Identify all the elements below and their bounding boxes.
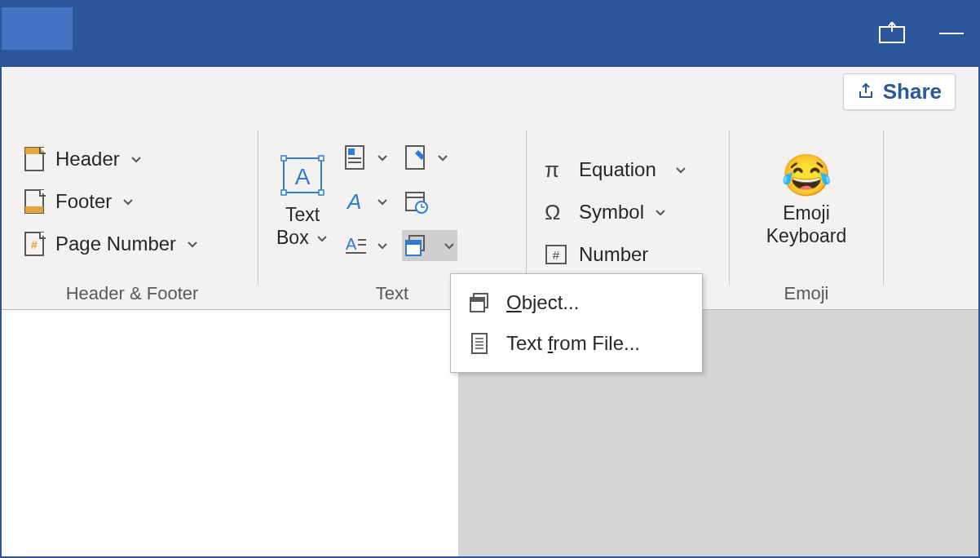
chevron-down-icon [121, 195, 135, 208]
number-icon: # [543, 241, 571, 268]
symbol-label: Symbol [579, 201, 644, 224]
group-header-footer: Header Footer # [10, 116, 254, 309]
text-box-line1: Text [285, 204, 320, 225]
emoji-keyboard-button[interactable]: 😂 Emoji Keyboard [755, 155, 858, 247]
equation-button[interactable]: π Equation [540, 154, 691, 185]
group-separator [526, 131, 527, 285]
svg-text:A: A [346, 235, 357, 253]
equation-icon: π [543, 156, 571, 184]
svg-text:#: # [31, 238, 38, 251]
signature-line-button[interactable] [402, 142, 457, 173]
symbol-button[interactable]: Ω Symbol [540, 197, 691, 228]
page-number-button[interactable]: # Page Number [20, 228, 202, 259]
text-box-icon: A [279, 153, 326, 199]
equation-label: Equation [579, 158, 656, 181]
svg-text:A: A [295, 164, 311, 189]
svg-rect-11 [319, 190, 324, 195]
chevron-down-icon [443, 239, 456, 252]
svg-rect-4 [25, 206, 43, 213]
share-label: Share [883, 79, 942, 104]
chevron-down-icon [436, 151, 449, 164]
text-box-button[interactable]: A Text Box [271, 153, 333, 249]
object-split-button[interactable] [402, 230, 457, 261]
emoji-line1: Emoji [783, 202, 830, 224]
svg-rect-35 [470, 298, 484, 302]
title-tab-placeholder [2, 7, 73, 50]
signature-icon [404, 144, 428, 171]
footer-button[interactable]: Footer [20, 186, 202, 217]
object-icon [404, 232, 428, 259]
svg-rect-9 [319, 156, 324, 161]
title-bar: — [2, 2, 978, 67]
quick-parts-button[interactable] [342, 142, 391, 173]
chevron-down-icon [316, 232, 329, 245]
wordart-button[interactable]: A [342, 186, 391, 217]
drop-cap-icon: A [343, 232, 368, 259]
ribbon-tab-row: Share [2, 67, 978, 116]
svg-rect-10 [281, 190, 286, 195]
chevron-down-icon [654, 206, 667, 219]
share-icon [857, 82, 876, 101]
document-canvas[interactable] [2, 310, 458, 558]
text-box-line2: Box [276, 227, 309, 248]
emoji-line2: Keyboard [766, 225, 846, 246]
chevron-down-icon [376, 239, 389, 252]
text-file-icon [467, 331, 492, 356]
menu-item-object[interactable]: Object... [451, 282, 702, 323]
svg-rect-8 [281, 156, 286, 161]
svg-text:Ω: Ω [545, 200, 560, 224]
object-dropdown-menu: Object... Text from File... [450, 273, 703, 373]
page-number-icon: # [23, 230, 47, 258]
drop-cap-button[interactable]: A [342, 230, 391, 261]
chevron-down-icon [186, 237, 199, 250]
group-separator [729, 131, 730, 285]
menu-item-text-from-file[interactable]: Text from File... [451, 323, 702, 364]
chevron-down-icon [376, 151, 389, 164]
object-icon [467, 290, 492, 315]
svg-text:A: A [346, 189, 361, 214]
emoji-icon: 😂 [781, 155, 832, 196]
header-button[interactable]: Header [20, 144, 202, 175]
group-label-emoji: Emoji [743, 280, 870, 304]
ribbon-display-options-icon[interactable] [877, 20, 907, 48]
group-label-header-footer: Header & Footer [20, 280, 245, 304]
number-label: Number [579, 243, 648, 266]
chevron-down-icon [674, 163, 687, 176]
symbol-icon: Ω [543, 198, 571, 226]
chevron-down-icon [376, 195, 389, 208]
date-time-icon [404, 188, 428, 215]
date-time-button[interactable] [402, 186, 457, 217]
group-emoji: 😂 Emoji Keyboard Emoji [733, 116, 880, 309]
group-separator [258, 131, 258, 285]
minimize-button[interactable]: — [939, 28, 964, 41]
number-button[interactable]: # Number [540, 239, 691, 270]
svg-text:#: # [553, 248, 560, 262]
svg-rect-14 [348, 148, 355, 155]
page-number-label: Page Number [55, 232, 176, 255]
chevron-down-icon [130, 153, 143, 166]
footer-label: Footer [55, 190, 112, 213]
header-icon [23, 145, 47, 173]
svg-rect-28 [406, 241, 421, 245]
svg-text:π: π [545, 157, 559, 182]
share-button[interactable]: Share [843, 73, 956, 110]
footer-icon [23, 188, 47, 215]
quick-parts-icon [343, 144, 368, 171]
svg-rect-36 [472, 334, 487, 353]
header-label: Header [55, 148, 120, 170]
group-separator [883, 131, 884, 285]
wordart-icon: A [343, 188, 368, 215]
